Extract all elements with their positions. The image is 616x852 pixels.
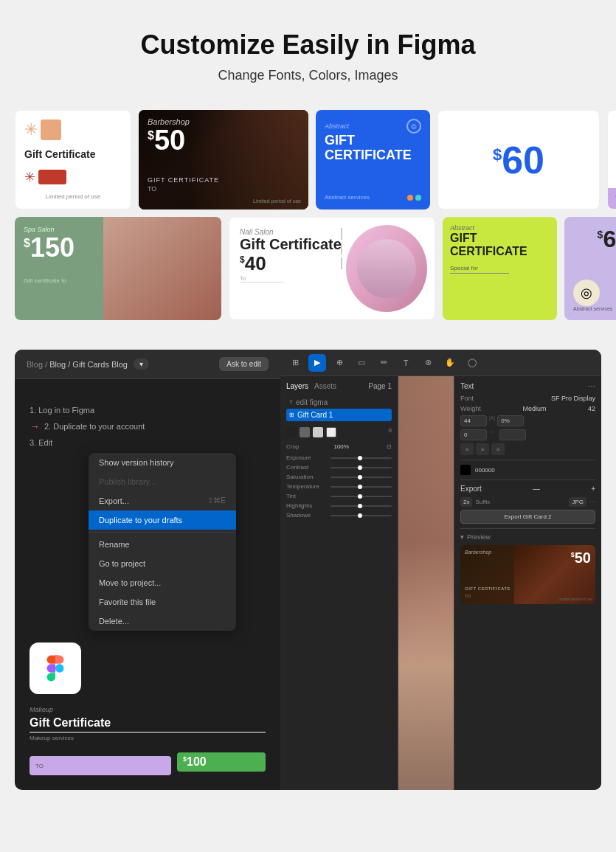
steps-header: Blog / Blog / Gift Cards Blog ▾ Ask to e… [15, 350, 280, 379]
layers-panel: Layers Assets Page 1 T edit figma ⊞ Gift… [280, 376, 398, 790]
export-shortcut: ⇧⌘E [207, 496, 226, 505]
swatch-white[interactable] [326, 427, 336, 437]
adj-saturation-label: Saturation [286, 474, 331, 480]
toolbar-hand-icon[interactable]: ✋ [441, 354, 459, 372]
swatch-row: 0 [286, 427, 392, 437]
blog-dropdown[interactable]: ▾ [134, 359, 149, 370]
doc-makeup-brand: Makeup [30, 706, 266, 713]
layer-item-edit[interactable]: T edit figma [286, 396, 392, 409]
menu-rename[interactable]: Rename [89, 535, 236, 554]
layer-item-gift-card[interactable]: ⊞ Gift Card 1 [286, 409, 392, 421]
align-center-icon[interactable]: ≡ [476, 443, 489, 455]
card-price-60: $60 [437, 110, 600, 209]
toolbar-pen-icon[interactable]: ✏ [375, 354, 392, 372]
swatch-gray[interactable] [300, 427, 310, 437]
export-settings-row: 2x Suffix JPG ⋯ [460, 497, 595, 507]
toolbar-component-icon[interactable]: ⊛ [419, 354, 437, 372]
adj-contrast-slider[interactable] [331, 467, 392, 468]
doc-price-text: $100 [183, 755, 207, 769]
export-label: Export [460, 485, 482, 493]
ask-edit-button[interactable]: Ask to edit [219, 357, 269, 371]
export-plus-icon[interactable]: + [591, 485, 595, 493]
fill-swatch[interactable] [460, 465, 471, 475]
asterisk-red-icon: ✳ [24, 169, 35, 185]
step-1: 1. Log in to Figma [30, 406, 266, 415]
text-input-1[interactable]: 44 [460, 415, 487, 426]
adj-saturation-slider[interactable] [331, 477, 392, 478]
adj-saturation: Saturation [286, 474, 392, 480]
cards-row-2: Spa Salon $150 Gift certificate to Nail … [15, 217, 601, 320]
dot-teal [415, 195, 421, 201]
doc-cert-title: Gift Certificate [30, 716, 266, 732]
text-input-2[interactable]: 0% [497, 415, 524, 426]
input-separator: |A| [489, 415, 495, 426]
export-button[interactable]: Export Gift Card 2 [460, 510, 595, 524]
properties-panel: Text ⋯ Font SF Pro Display Weight Medium… [454, 376, 601, 790]
menu-favorite[interactable]: Favorite this file [89, 592, 236, 612]
red-rect [38, 170, 66, 184]
page-title: Customize Easily in Figma [15, 30, 601, 60]
orange-rect [41, 120, 61, 140]
toolbar-grid-icon[interactable]: ⊞ [286, 354, 304, 372]
white-card-title: Gift Certificate [24, 148, 122, 160]
barbershop-content: Barbershop $50 GIFT CERTIFICATE TO Limit… [139, 110, 308, 209]
arrow-icons: ↔ [489, 429, 497, 440]
adj-highlights-slider[interactable] [331, 505, 392, 507]
nail-to: To [240, 275, 284, 283]
text-section-header: Text ⋯ [460, 382, 595, 390]
doc-to-text: TO [35, 763, 44, 769]
swatch-count: 0 [389, 427, 392, 437]
crop-label: Crop [286, 443, 299, 450]
portrait-overlay [398, 376, 454, 790]
cards-row-1: ✳ Gift Certificate ✳ Limited period of u… [15, 110, 601, 209]
crop-value: 100% [333, 443, 348, 450]
menu-delete[interactable]: Delete... [89, 612, 236, 631]
export-type[interactable]: JPG [569, 497, 586, 507]
align-right-icon[interactable]: ≡ [491, 443, 505, 455]
menu-move-to-project[interactable]: Move to project... [89, 573, 236, 592]
menu-show-history[interactable]: Show version history [89, 453, 236, 472]
card-barbershop: Barbershop $50 GIFT CERTIFICATE TO Limit… [139, 110, 308, 209]
page-subtitle: Change Fonts, Colors, Images [15, 68, 601, 83]
adj-temperature-label: Temperature [286, 483, 331, 490]
toolbar-text-icon[interactable]: T [397, 354, 415, 372]
text-input-4[interactable] [499, 429, 526, 440]
adj-contrast-thumb [358, 465, 362, 470]
adj-tint-slider[interactable] [331, 496, 392, 497]
export-scale[interactable]: 2x [460, 497, 472, 507]
adj-exposure-slider[interactable] [331, 457, 392, 459]
toolbar-rect-icon[interactable]: ▭ [353, 354, 370, 372]
text-input-3[interactable]: 0 [460, 429, 487, 440]
adj-temperature-slider[interactable] [331, 486, 392, 488]
abstract-blue-title: GIFT CERTIFICATE [325, 134, 421, 163]
makeup-to-bar: TO [608, 188, 616, 209]
assets-tab[interactable]: Assets [314, 382, 336, 390]
swatch-light[interactable] [313, 427, 323, 437]
nail-line-1 [341, 228, 342, 240]
spa-photo [103, 217, 221, 320]
canvas-area [398, 376, 454, 790]
crop-expand-icon[interactable]: ⊡ [387, 443, 392, 450]
align-left-icon[interactable]: ≡ [460, 443, 474, 455]
color-swatches: 0 [286, 427, 392, 437]
steps-body: 1. Log in to Figma → 2. Duplicate to you… [15, 379, 280, 790]
menu-export[interactable]: Export... ⇧⌘E [89, 491, 236, 510]
blue-card-icon: ◎ [406, 119, 421, 134]
adj-shadows-slider[interactable] [331, 515, 392, 516]
export-more-icon[interactable]: ⋯ [589, 499, 595, 505]
step-1-text: 1. Log in to Figma [30, 406, 94, 415]
barbershop-price: $50 [148, 126, 300, 154]
layers-tab[interactable]: Layers [286, 382, 308, 390]
toolbar-comment-icon[interactable]: ◯ [463, 354, 481, 372]
nail-line-2 [341, 243, 342, 254]
toolbar-frame-icon[interactable]: ⊕ [331, 354, 348, 372]
menu-duplicate-drafts[interactable]: Duplicate to your drafts [89, 510, 236, 530]
swatch-black[interactable] [286, 427, 297, 437]
menu-go-to-project[interactable]: Go to project [89, 554, 236, 573]
crop-row: Crop 100% ⊡ [286, 443, 392, 450]
card-nail-salon: Nail Salon Gift Certificate $40 To [229, 217, 435, 320]
figma-editor-panel: ⊞ ▶ ⊕ ▭ ✏ T ⊛ ✋ ◯ Layers Assets Page 1 [280, 350, 601, 790]
toolbar-select-icon[interactable]: ▶ [308, 354, 326, 372]
doc-to-bar: TO [30, 756, 171, 775]
page-selector[interactable]: Page 1 [368, 382, 392, 390]
